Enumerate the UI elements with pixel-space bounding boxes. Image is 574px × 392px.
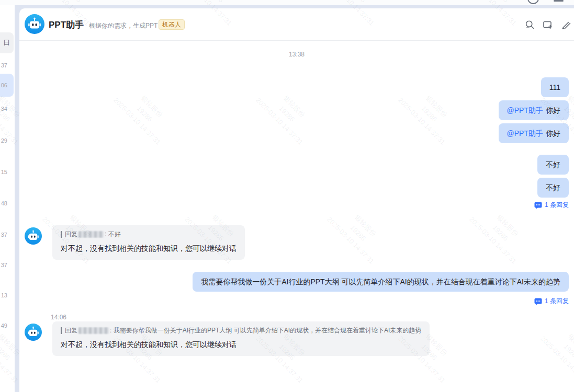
bot-message-bubble[interactable]: 回复 : 不好 对不起，没有找到相关的技能和知识，您可以继续对话 [52,225,245,260]
redacted-username [78,327,109,334]
quote-text: 不好 [108,230,121,238]
minimize-icon[interactable] [554,0,564,2]
conversation-time[interactable]: 15 [1,168,7,176]
thread-reply-link[interactable]: 1 条回复 [534,201,569,210]
quote-prefix: 回复 [65,230,77,238]
conversation-sidebar: 日 37 06 34 29 15 48 37 37 13 49 [0,5,15,392]
user-message-bubble[interactable]: 不好 [537,178,569,198]
message-text: 对不起，没有找到相关的技能和知识，您可以继续对话 [61,339,421,350]
message-text: 不好 [546,160,560,169]
message-text: 不好 [546,183,560,192]
reply-bubble-icon [534,202,542,209]
user-message-bubble[interactable]: 111 [541,77,569,97]
conversation-time[interactable]: 37 [1,231,7,238]
quote-bar [61,231,62,238]
redacted-username [78,231,104,238]
user-message-bubble[interactable]: 不好 [537,155,569,175]
message-text: 我需要你帮我做一份关于AI行业的PPT大纲 可以先简单介绍下AI的现状，并在结合… [201,278,560,286]
mention-link[interactable]: @PPT助手 [507,129,543,137]
thread-reply-link[interactable]: 1 条回复 [534,297,569,306]
history-icon[interactable] [527,0,539,4]
robot-icon [25,14,44,34]
open-in-new-window-icon[interactable] [543,20,553,30]
conversation-time[interactable]: 34 [1,105,7,112]
quote-prefix: 回复 [65,327,77,335]
time-divider: 13:38 [19,51,574,58]
quote-colon: : [110,327,111,335]
chat-panel: PPT助手 根据你的需求，生成PPT 机器人 13:38 [19,8,574,392]
quoted-message[interactable]: 回复 : 不好 [61,230,237,238]
chat-header: PPT助手 根据你的需求，生成PPT 机器人 [19,8,574,41]
quote-colon: : [105,230,106,238]
conversation-time[interactable]: 06 [1,82,7,89]
quote-bar [61,327,62,334]
bot-avatar[interactable] [25,324,42,343]
search-message-icon[interactable] [525,20,535,30]
quote-text: 我需要你帮我做一份关于AI行业的PPT大纲 可以先简单介绍下AI的现状，并在结合… [114,327,422,335]
window-titlebar [0,0,574,5]
bot-avatar[interactable] [25,227,42,247]
date-separator-label: 日 [3,38,10,48]
mention-link[interactable]: @PPT助手 [507,106,543,114]
reply-bubble-icon [534,298,542,305]
annotate-icon[interactable] [561,20,571,30]
chat-subtitle: 根据你的需求，生成PPT [89,21,157,30]
user-message-bubble[interactable]: 我需要你帮我做一份关于AI行业的PPT大纲 可以先简单介绍下AI的现状，并在结合… [193,272,569,292]
message-text: 111 [549,83,560,91]
bot-avatar[interactable] [25,14,44,36]
conversation-time[interactable]: 37 [1,261,7,269]
conversation-time[interactable]: 49 [1,322,7,329]
conversation-time[interactable]: 29 [1,137,7,144]
robot-icon [25,227,42,245]
message-text: 你好 [546,106,560,114]
thread-reply-label: 1 条回复 [545,297,569,306]
quoted-message[interactable]: 回复 : 我需要你帮我做一份关于AI行业的PPT大纲 可以先简单介绍下AI的现状… [61,327,421,335]
user-message-bubble[interactable]: @PPT助手你好 [499,123,569,143]
message-text: 你好 [546,129,560,137]
conversation-time[interactable]: 13 [1,292,7,299]
message-timestamp: 14:06 [51,314,66,321]
bot-badge: 机器人 [159,19,185,30]
chat-title: PPT助手 [49,19,84,31]
user-message-bubble[interactable]: @PPT助手你好 [499,100,569,120]
message-text: 对不起，没有找到相关的技能和知识，您可以继续对话 [61,243,237,253]
bot-message-bubble[interactable]: 回复 : 我需要你帮我做一份关于AI行业的PPT大纲 可以先简单介绍下AI的现状… [52,321,430,356]
conversation-time[interactable]: 48 [1,200,7,207]
thread-reply-label: 1 条回复 [545,201,569,210]
robot-icon [25,324,42,341]
date-separator-chip: 日 [0,32,14,53]
conversation-time[interactable]: 37 [1,62,7,69]
